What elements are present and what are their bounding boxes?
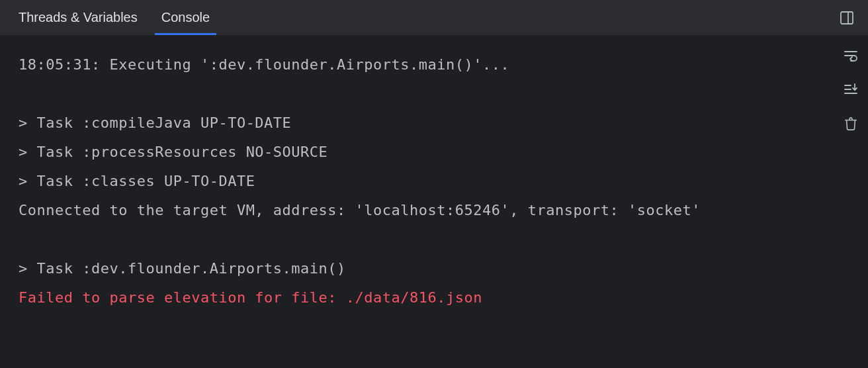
- console-line: > Task :processResources NO-SOURCE: [19, 138, 834, 167]
- console-line: > Task :dev.flounder.Airports.main(): [19, 254, 834, 283]
- console-line: [19, 225, 834, 254]
- console-line: 18:05:31: Executing ':dev.flounder.Airpo…: [19, 50, 834, 79]
- console-line: Connected to the target VM, address: 'lo…: [19, 196, 834, 225]
- tab-right-actions: [838, 9, 868, 27]
- tab-group: Threads & Variables Console: [19, 0, 222, 35]
- console-line: > Task :classes UP-TO-DATE: [19, 167, 834, 196]
- soft-wrap-icon[interactable]: [841, 45, 861, 65]
- tab-threads-variables[interactable]: Threads & Variables: [19, 0, 150, 35]
- clear-all-icon[interactable]: [841, 114, 861, 134]
- console-output[interactable]: 18:05:31: Executing ':dev.flounder.Airpo…: [0, 36, 834, 368]
- console-line: [19, 79, 834, 109]
- svg-rect-0: [841, 12, 853, 24]
- console-line-error: Failed to parse elevation for file: ./da…: [19, 283, 834, 312]
- tab-console[interactable]: Console: [150, 0, 222, 35]
- tab-label: Console: [161, 10, 210, 25]
- console-toolbar: [834, 36, 868, 368]
- content-wrap: 18:05:31: Executing ':dev.flounder.Airpo…: [0, 36, 868, 368]
- debug-tab-bar: Threads & Variables Console: [0, 0, 868, 36]
- console-line: > Task :compileJava UP-TO-DATE: [19, 109, 834, 138]
- scroll-to-end-icon[interactable]: [841, 79, 861, 99]
- tab-label: Threads & Variables: [19, 10, 138, 25]
- layout-settings-icon[interactable]: [838, 9, 856, 27]
